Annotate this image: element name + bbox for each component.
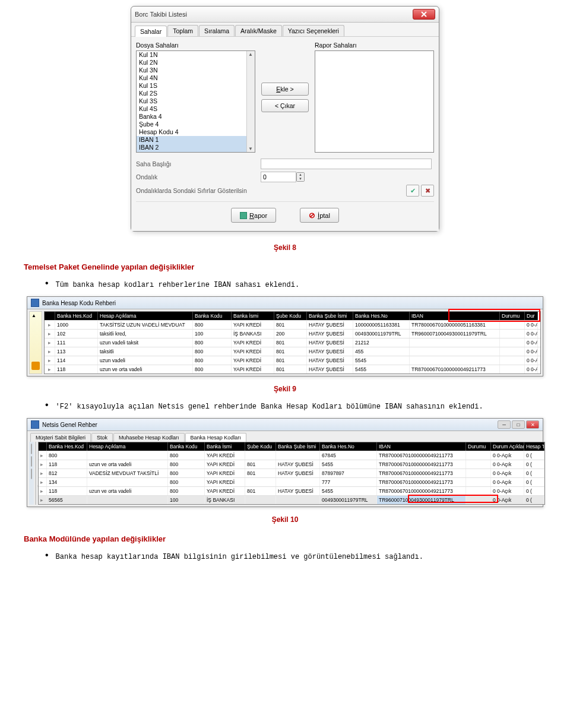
- ondalik-input[interactable]: [261, 172, 296, 182]
- column-header[interactable]: Banka Şube İsmi: [307, 312, 353, 320]
- tab-musteri[interactable]: Müşteri Sabit Bilgileri: [30, 433, 91, 442]
- ondalik-spinner[interactable]: ▲▼: [296, 172, 305, 182]
- close-button[interactable]: ✕: [526, 420, 539, 429]
- cell: 800: [168, 478, 205, 486]
- table-row[interactable]: ▸118uzun ve orta vadeli800YAPI KREDİ801H…: [39, 460, 544, 469]
- column-header[interactable]: Durum Açıklama: [491, 442, 524, 451]
- maximize-button[interactable]: □: [512, 420, 525, 429]
- cell: HATAY ŞUBESİ: [307, 338, 353, 347]
- side-button[interactable]: [31, 456, 32, 467]
- column-header[interactable]: Şube Kodu: [245, 442, 276, 451]
- rapor-button[interactable]: Rapor: [231, 208, 276, 223]
- list-item[interactable]: Banka 4: [137, 113, 246, 121]
- cell: HATAY ŞUBESİ: [276, 487, 320, 495]
- column-header[interactable]: Hesap Açıklama: [87, 442, 168, 451]
- column-header[interactable]: Banka İsmi: [205, 442, 245, 451]
- column-header[interactable]: Banka Hes.No: [320, 442, 377, 451]
- column-header[interactable]: Hesap Tipi: [524, 442, 544, 451]
- cell: [410, 356, 500, 365]
- cell: TAKSİTSİZ UZUN VADELİ MEVDUAT: [98, 321, 193, 329]
- confirm-button[interactable]: ✔: [406, 185, 419, 197]
- column-header[interactable]: Hesap Açıklama: [98, 312, 193, 320]
- scrollbar[interactable]: [246, 51, 255, 152]
- row-gutter[interactable]: ▲ ≡: [35, 442, 36, 505]
- column-header[interactable]: Dur: [525, 312, 538, 320]
- list-item[interactable]: IBAN 3: [137, 151, 246, 153]
- left-gutter[interactable]: ▲: [29, 311, 42, 374]
- table-row[interactable]: ▸1000TAKSİTSİZ UZUN VADELİ MEVDUAT800YAP…: [45, 320, 540, 329]
- cell: 0 0-Açık: [491, 487, 524, 495]
- table-row[interactable]: ▸118uzun ve orta vadeli800YAPI KREDİ801H…: [39, 486, 544, 495]
- list-item[interactable]: Kul 2S: [137, 90, 246, 97]
- minimize-button[interactable]: ─: [498, 420, 511, 429]
- list-item[interactable]: IBAN 1: [137, 136, 246, 144]
- tab-toplam[interactable]: Toplam: [167, 25, 198, 36]
- rapor-sahalari-listbox[interactable]: [315, 50, 434, 153]
- list-item[interactable]: Kul 2N: [137, 59, 246, 67]
- cell: 200: [274, 330, 307, 338]
- list-item[interactable]: Hesap Kodu 4: [137, 128, 246, 136]
- cikar-button[interactable]: < Çıkar: [261, 99, 309, 112]
- cell: 56565: [47, 496, 87, 504]
- tab-aralik-maske[interactable]: Aralık/Maske: [235, 25, 282, 36]
- table-row[interactable]: ▸118uzun ve orta vadeli800YAPI KREDİ801H…: [45, 365, 540, 374]
- side-button[interactable]: [31, 444, 32, 454]
- iptal-button[interactable]: ⊘ İptal: [300, 208, 339, 223]
- list-item[interactable]: IBAN 2: [137, 144, 246, 151]
- reject-button[interactable]: ✖: [421, 185, 434, 197]
- tab-yazici[interactable]: Yazıcı Seçenekleri: [283, 25, 344, 36]
- table-row[interactable]: ▸56565100İŞ BANKASI0049300011979TRLTR960…: [39, 495, 544, 504]
- column-header[interactable]: Banka İsmi: [232, 312, 274, 320]
- list-item[interactable]: Kul 3S: [137, 97, 246, 105]
- column-header[interactable]: IBAN: [377, 442, 466, 451]
- list-item[interactable]: Kul 4N: [137, 74, 246, 82]
- list-item[interactable]: Kul 1S: [137, 82, 246, 90]
- cell: ▸: [45, 338, 55, 347]
- tab-sahalar[interactable]: Sahalar: [135, 26, 167, 37]
- tab-row: Sahalar Toplam Sıralama Aralık/Maske Yaz…: [131, 23, 439, 37]
- cell: 800: [168, 469, 205, 477]
- cell: YAPI KREDİ: [205, 460, 245, 469]
- column-header[interactable]: Banka Hes.Kod: [55, 312, 98, 320]
- ekle-button[interactable]: Ekle >: [261, 83, 309, 96]
- window-titlebar: Banka Hesap Kodu Rehberi: [27, 297, 543, 309]
- column-header[interactable]: Banka Hes.No: [353, 312, 410, 320]
- table-row[interactable]: ▸800800YAPI KREDİ67845TR8700067010000000…: [39, 451, 544, 460]
- column-header[interactable]: Banka Kodu: [168, 442, 205, 451]
- tab-stok[interactable]: Stok: [91, 433, 113, 442]
- dialog-body: Dosya Sahaları Kul 1NKul 2NKul 3NKul 4NK…: [131, 37, 439, 231]
- side-button[interactable]: [31, 469, 32, 479]
- column-header[interactable]: Banka Kodu: [193, 312, 232, 320]
- column-header[interactable]: Banka Şube İsmi: [276, 442, 320, 451]
- cell: YAPI KREDİ: [232, 347, 274, 356]
- column-header[interactable]: Durumu: [466, 442, 491, 451]
- tab-banka-hesap[interactable]: Banka Hesap Kodları: [185, 433, 246, 442]
- column-header[interactable]: [45, 312, 55, 320]
- table-row[interactable]: ▸134800YAPI KREDİ777TR870006701000000049…: [39, 477, 544, 486]
- table-row[interactable]: ▸113taksitli800YAPI KREDİ801HATAY ŞUBESİ…: [45, 347, 540, 356]
- cell: 0 (: [524, 496, 544, 504]
- list-item[interactable]: Kul 4S: [137, 105, 246, 113]
- data-grid[interactable]: Banka Hes.KodHesap AçıklamaBanka KoduBan…: [44, 311, 541, 374]
- cell: [245, 478, 276, 486]
- list-item[interactable]: Şube 4: [137, 121, 246, 128]
- column-header[interactable]: [39, 442, 47, 451]
- cell: TR870006701000000049211773: [377, 487, 466, 495]
- column-header[interactable]: Durumu: [500, 312, 525, 320]
- close-button[interactable]: [413, 9, 435, 20]
- list-item[interactable]: Kul 3N: [137, 67, 246, 74]
- table-row[interactable]: ▸114uzun vadeli800YAPI KREDİ801HATAY ŞUB…: [45, 356, 540, 365]
- tab-siralama[interactable]: Sıralama: [199, 25, 235, 36]
- heading-banka-modul: Banka Modülünde yapılan değişiklikler: [24, 534, 546, 543]
- list-item[interactable]: Kul 1N: [137, 51, 246, 59]
- column-header[interactable]: Şube Kodu: [274, 312, 307, 320]
- column-header[interactable]: IBAN: [410, 312, 500, 320]
- table-row[interactable]: ▸102taksitli kred,100İŞ BANKASI200HATAY …: [45, 329, 540, 338]
- column-header[interactable]: Banka Hes.Kod: [47, 442, 87, 451]
- saha-basligi-input[interactable]: [261, 159, 432, 169]
- dosya-sahalari-listbox[interactable]: Kul 1NKul 2NKul 3NKul 4NKul 1SKul 2SKul …: [136, 50, 255, 153]
- tab-muhasebe[interactable]: Muhasebe Hesap Kodları: [113, 433, 185, 442]
- data-grid[interactable]: Banka Hes.KodHesap AçıklamaBanka KoduBan…: [38, 442, 545, 505]
- table-row[interactable]: ▸111uzun vadeli taksit800YAPI KREDİ801HA…: [45, 338, 540, 347]
- table-row[interactable]: ▸812VADESİZ MEVDUAT TAKSİTLİ800YAPI KRED…: [39, 469, 544, 477]
